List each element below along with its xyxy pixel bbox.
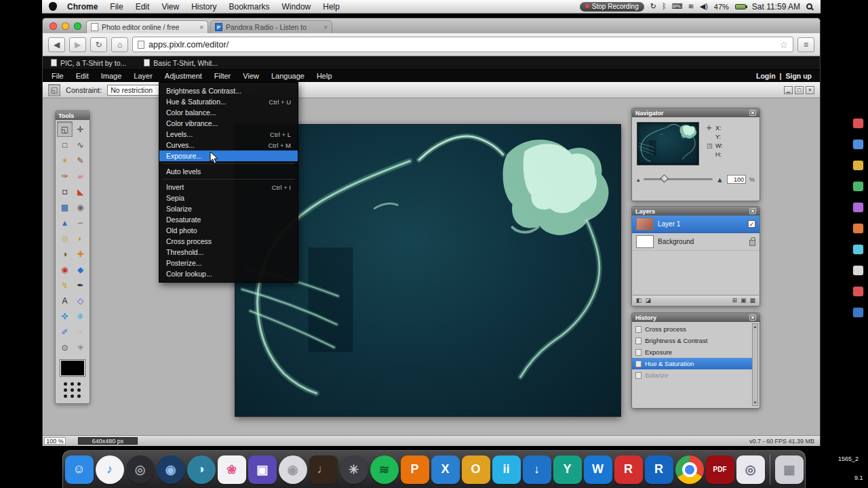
scroll-down-icon[interactable]: ▼	[753, 401, 757, 405]
bucket-tool[interactable]: ◣	[73, 184, 88, 199]
red-eye-tool[interactable]: ◉	[57, 262, 73, 277]
blur-tool[interactable]: ◉	[73, 199, 88, 215]
desktop-icon[interactable]	[853, 287, 863, 296]
dodge-tool[interactable]: ◐	[73, 230, 88, 246]
pen-tool[interactable]: ✒	[73, 277, 88, 293]
battery-icon[interactable]	[735, 4, 746, 9]
crop-tool[interactable]: ◱	[57, 121, 73, 137]
dock-app-x[interactable]: X	[431, 455, 460, 484]
history-step[interactable]: Brightness & Contrast	[632, 335, 752, 346]
pixlr-menu-help[interactable]: Help	[311, 70, 338, 82]
history-step[interactable]: Exposure	[632, 346, 752, 358]
marquee-tool[interactable]: □	[57, 137, 73, 152]
menu-item-invert[interactable]: InvertCtrl + I	[159, 182, 298, 192]
dock-app-r-blue[interactable]: R	[645, 455, 673, 484]
menu-item-cross-process[interactable]: Cross process	[159, 236, 298, 247]
close-window-button[interactable]	[50, 22, 57, 30]
zoom-in-icon[interactable]: ▲	[716, 176, 724, 184]
pixlr-menu-edit[interactable]: Edit	[70, 70, 95, 82]
url-text[interactable]: apps.pixlr.com/editor/	[149, 40, 775, 49]
volume-icon[interactable]: ◀)	[700, 2, 708, 11]
lasso-tool[interactable]: ∿	[73, 137, 88, 152]
dock-acrobat[interactable]: PDF	[706, 455, 734, 484]
navigator-title-bar[interactable]: Navigator ✕	[632, 108, 760, 117]
dock-chrome[interactable]	[675, 455, 704, 484]
layers-title-bar[interactable]: Layers ✕	[632, 207, 760, 216]
pixlr-menu-layer[interactable]: Layer	[127, 70, 159, 82]
clone-stamp-tool[interactable]: ◘	[57, 184, 73, 199]
app-minimize-button[interactable]: ▁	[784, 86, 793, 94]
group-layer-icon[interactable]: ▣	[741, 297, 747, 304]
pixlr-menu-adjustment[interactable]: Adjustment	[159, 70, 208, 82]
sync-icon[interactable]: ↻	[650, 2, 656, 11]
pixlr-menu-file[interactable]: File	[45, 70, 70, 82]
app-maximize-button[interactable]: ▢	[795, 86, 804, 94]
move-tool[interactable]: ✛	[73, 121, 88, 137]
menu-item-threshold[interactable]: Threshold...	[159, 247, 298, 258]
pixlr-menu-image[interactable]: Image	[95, 70, 128, 82]
menu-item-posterize[interactable]: Posterize...	[159, 258, 298, 268]
dock-camera-lens-app[interactable]: ◎	[126, 455, 155, 484]
mac-menu-edit[interactable]: Edit	[130, 2, 156, 12]
pixlr-menu-view[interactable]: View	[237, 70, 265, 82]
apple-logo-icon[interactable]	[49, 2, 57, 11]
dock-app-ii[interactable]: ii	[492, 455, 521, 484]
dock-app-y[interactable]: Y	[553, 455, 582, 484]
close-icon[interactable]: ✕	[749, 314, 756, 321]
dock-steering-wheel-app[interactable]: ✳	[340, 455, 368, 484]
menu-item-hue-saturation[interactable]: Hue & Saturation...Ctrl + U	[159, 96, 298, 107]
desktop-icon[interactable]	[853, 161, 863, 170]
arrows-tool[interactable]: ✜	[57, 308, 73, 324]
home-button[interactable]: ⌂	[111, 37, 128, 52]
desktop-icon[interactable]	[853, 245, 863, 254]
menubar-clock[interactable]: Sat 11:59 AM	[752, 2, 800, 12]
scroll-up-icon[interactable]: ▲	[753, 325, 757, 329]
dock-app-r-red[interactable]: R	[614, 455, 643, 484]
dock-navy-circle-app[interactable]: ◉	[157, 455, 185, 484]
dock-teal-circle-app[interactable]: ◑	[187, 455, 216, 484]
dock-app-w[interactable]: W	[584, 455, 612, 484]
menu-item-color-balance[interactable]: Color balance...	[159, 107, 298, 118]
back-button[interactable]: ◀	[48, 37, 65, 52]
menu-item-exposure[interactable]: Exposure...	[159, 150, 298, 161]
layer-row[interactable]: Background	[632, 233, 760, 251]
tools-palette-title[interactable]: Tools	[56, 111, 90, 120]
menu-item-color-lookup[interactable]: Color lookup...	[159, 268, 298, 279]
sponge-tool[interactable]: ◎	[57, 230, 73, 246]
tab-2[interactable]: PPandora Radio - Listen to×	[210, 20, 332, 33]
bookmark-star-icon[interactable]: ☆	[779, 39, 788, 50]
zoom-window-button[interactable]	[74, 22, 81, 30]
history-scrollbar[interactable]: ▲ ▼	[752, 323, 758, 406]
statusbar-zoom[interactable]: 100 %	[44, 437, 66, 445]
browser-menu-button[interactable]: ≡	[797, 37, 814, 52]
menu-item-brightness-contrast[interactable]: Brightness & Contrast...	[159, 85, 298, 96]
tab-close-icon[interactable]: ×	[199, 24, 203, 31]
menu-item-solarize[interactable]: Solarize	[159, 203, 298, 214]
zoom-slider[interactable]	[644, 178, 713, 180]
bluetooth-icon[interactable]: ᛒ	[662, 2, 667, 11]
menu-item-old-photo[interactable]: Old photo	[159, 225, 298, 236]
dock-preview-app[interactable]: ◎	[736, 455, 765, 484]
desktop-icon[interactable]	[853, 182, 863, 191]
zoom-out-icon[interactable]: ▴	[637, 176, 640, 183]
gradient-tool[interactable]: ▩	[57, 199, 73, 215]
mac-menu-view[interactable]: View	[155, 2, 185, 12]
omnibox[interactable]: apps.pixlr.com/editor/ ☆	[132, 37, 793, 52]
zoom-slider-thumb[interactable]	[660, 174, 669, 183]
tab-1[interactable]: Photo editor online / free×	[86, 20, 208, 33]
history-step[interactable]: Hue & Saturation	[632, 358, 752, 369]
menu-item-color-vibrance[interactable]: Color vibrance...	[159, 118, 298, 129]
mac-menu-chrome[interactable]: Chrome	[61, 2, 104, 12]
type-tool[interactable]: A	[57, 293, 73, 308]
dock-finder[interactable]: ☺	[65, 455, 94, 484]
dock-app-p[interactable]: P	[401, 455, 429, 484]
tab-close-icon[interactable]: ×	[323, 24, 328, 31]
history-step[interactable]: Cross process	[632, 323, 752, 335]
menu-item-desaturate[interactable]: Desaturate	[159, 214, 298, 225]
layer-row[interactable]: Layer 1✓	[632, 216, 760, 233]
dock-dvd-player[interactable]: ◉	[279, 455, 307, 484]
dock-purple-app[interactable]: ▣	[248, 455, 277, 484]
app-close-button[interactable]: ✕	[806, 86, 814, 94]
desktop-file-label[interactable]: 1565_2	[838, 455, 859, 462]
close-icon[interactable]: ✕	[749, 208, 756, 214]
